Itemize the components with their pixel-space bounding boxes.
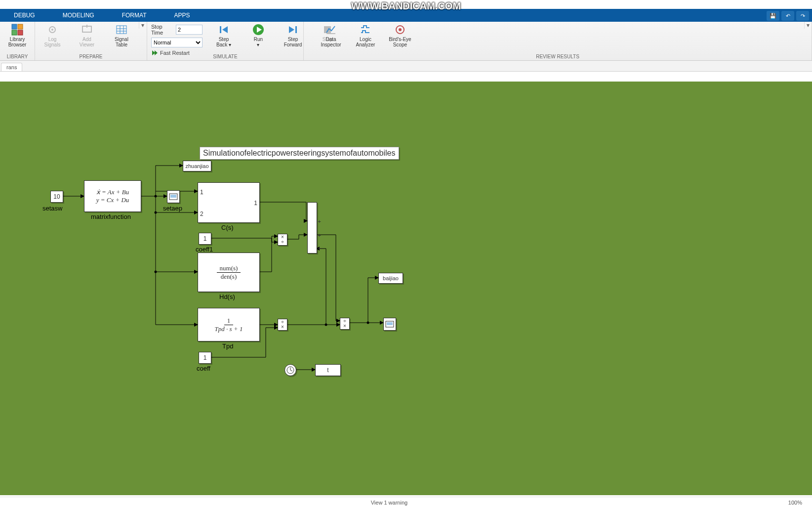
status-warning[interactable]: View 1 warning — [0, 500, 778, 506]
block-cs-label: C(s) — [221, 224, 234, 231]
log-signals-icon — [46, 24, 58, 36]
svg-rect-2 — [12, 30, 17, 35]
block-coeff-label: coeff — [197, 365, 210, 372]
window-quickaccess: 💾 ↶ ↷ — [767, 11, 809, 21]
add-viewer-label: Add Viewer — [80, 37, 94, 47]
diagram-title-annotation[interactable]: Simulationofelectricpowersteeringsystemo… — [200, 147, 399, 160]
app-root: WWW.BANDICAM.COM 💾 ↶ ↷ DEBUG MODELING FO… — [0, 0, 812, 508]
product3-bot: × — [343, 324, 346, 329]
document-tabbar: rans — [0, 60, 812, 72]
sum-p2: + — [318, 232, 321, 238]
block-t-text: t — [327, 367, 328, 374]
sim-mode-select[interactable]: Normal — [151, 38, 203, 47]
hds-den: den(s) — [221, 273, 237, 281]
logic-analyzer-button[interactable]: Logic Analyzer — [348, 22, 383, 54]
block-product1[interactable]: × ÷ — [278, 234, 287, 246]
block-tpd[interactable]: 1 Tpd · s + 1 — [198, 308, 260, 341]
cs-out: 1 — [254, 200, 257, 207]
step-back-button[interactable]: Step Back ▾ — [206, 22, 241, 54]
block-coeff-value: 1 — [203, 354, 207, 361]
svg-rect-0 — [12, 24, 17, 29]
run-label: Run▾ — [254, 37, 263, 47]
block-zhuanjiao[interactable]: zhuanjiao — [183, 161, 211, 171]
block-setasw[interactable]: 10 — [50, 191, 63, 203]
ribbon-group-review: Data Inspector Logic Analyzer Bird's-Eye… — [304, 22, 812, 60]
step-back-icon — [218, 24, 230, 36]
block-hds[interactable]: num(s) den(s) — [198, 253, 260, 292]
ribbon-group-library: Library Browser LIBRARY — [0, 22, 35, 60]
birds-eye-icon — [394, 24, 406, 36]
library-browser-label: Library Browser — [8, 37, 27, 47]
block-matrixfunction[interactable]: ẋ = Ax + Bu y = Cx + Du — [84, 180, 141, 212]
block-scope-output[interactable] — [383, 318, 396, 331]
step-forward-icon — [287, 24, 299, 36]
birds-eye-label: Bird's-Eye Scope — [389, 37, 411, 47]
log-signals-label: Log Signals — [44, 37, 61, 47]
tpd-num: 1 — [224, 317, 234, 325]
ribbon-group-prepare-label: PREPARE — [35, 54, 147, 60]
block-clock[interactable] — [284, 364, 296, 376]
block-sum[interactable]: + + + — [307, 202, 317, 254]
status-bar: View 1 warning 100% — [0, 497, 812, 508]
block-cs[interactable]: 1 2 1 — [198, 182, 260, 223]
block-coeff1-label: coeff1 — [196, 246, 213, 253]
svg-marker-20 — [289, 26, 294, 33]
library-browser-button[interactable]: Library Browser — [0, 22, 35, 54]
run-button[interactable]: Run▾ — [241, 22, 276, 54]
signal-table-icon — [116, 24, 127, 36]
signal-wires — [0, 82, 812, 495]
bandicam-watermark: WWW.BANDICAM.COM — [0, 0, 812, 12]
block-baijiao[interactable]: baijiao — [378, 273, 403, 284]
diagram: Simulationofelectricpowersteeringsystemo… — [0, 82, 812, 495]
cs-in2: 2 — [200, 211, 203, 217]
birds-eye-button[interactable]: Bird's-Eye Scope — [383, 22, 417, 54]
block-matrixfunction-label: matrixfunction — [91, 213, 131, 220]
svg-point-25 — [399, 28, 402, 31]
stop-time-label: Stop Time — [151, 24, 173, 36]
redo-icon[interactable]: ↷ — [796, 11, 809, 21]
review-dropdown-icon[interactable]: ▾ — [804, 22, 812, 29]
sum-p1: + — [318, 218, 321, 224]
block-scope-setaep-label: setaep — [163, 205, 182, 212]
cs-in1: 1 — [200, 189, 203, 196]
ribbon-group-review-label: REVIEW RESULTS — [304, 54, 812, 60]
watermark-text: WWW.BANDICAM.COM — [351, 0, 461, 12]
add-viewer-icon — [81, 24, 93, 36]
block-coeff1[interactable]: 1 — [199, 233, 211, 245]
block-setasw-value: 10 — [53, 193, 60, 200]
svg-rect-1 — [18, 24, 23, 29]
ribbon-group-simulate-label: SIMULATE — [147, 54, 303, 60]
save-icon[interactable]: 💾 — [767, 11, 779, 21]
block-coeff1-value: 1 — [203, 235, 207, 242]
status-zoom[interactable]: 100% — [778, 500, 812, 506]
model-canvas[interactable]: Simulationofelectricpowersteeringsystemo… — [0, 82, 812, 495]
library-browser-icon — [11, 24, 23, 36]
add-viewer-button: Add Viewer — [70, 22, 104, 54]
block-tpd-label: Tpd — [222, 342, 233, 350]
logic-analyzer-icon — [360, 24, 371, 36]
prepare-dropdown-icon[interactable]: ▾ — [139, 22, 146, 29]
matrix-eq1: ẋ = Ax + Bu — [96, 188, 129, 196]
signal-table-button[interactable]: Signal Table — [104, 22, 139, 54]
ribbon-group-library-label: LIBRARY — [0, 54, 35, 60]
data-inspector-button[interactable]: Data Inspector — [314, 22, 348, 54]
svg-marker-17 — [222, 26, 228, 33]
block-coeff[interactable]: 1 — [199, 352, 211, 364]
ribbon-group-simulate: Stop Time Normal Fast Restart Step Bac — [147, 22, 304, 60]
sim-params: Stop Time Normal Fast Restart — [147, 22, 206, 56]
signal-table-label: Signal Table — [115, 37, 128, 47]
block-zhuanjiao-text: zhuanjiao — [185, 163, 208, 169]
block-product3[interactable]: ÷ × — [340, 318, 350, 330]
block-t-display[interactable]: t — [315, 364, 341, 376]
log-signals-button: Log Signals — [35, 22, 70, 54]
clock-icon — [286, 366, 294, 374]
svg-rect-16 — [220, 26, 221, 33]
data-inspector-label: Data Inspector — [321, 37, 341, 47]
block-product2[interactable]: ÷ × — [278, 319, 287, 331]
stop-time-input[interactable] — [176, 25, 203, 35]
sum-p3: + — [318, 245, 321, 251]
block-scope-setaep[interactable] — [167, 190, 180, 203]
document-tab[interactable]: rans — [1, 63, 22, 71]
undo-icon[interactable]: ↶ — [781, 11, 794, 21]
logic-analyzer-label: Logic Analyzer — [356, 37, 375, 47]
